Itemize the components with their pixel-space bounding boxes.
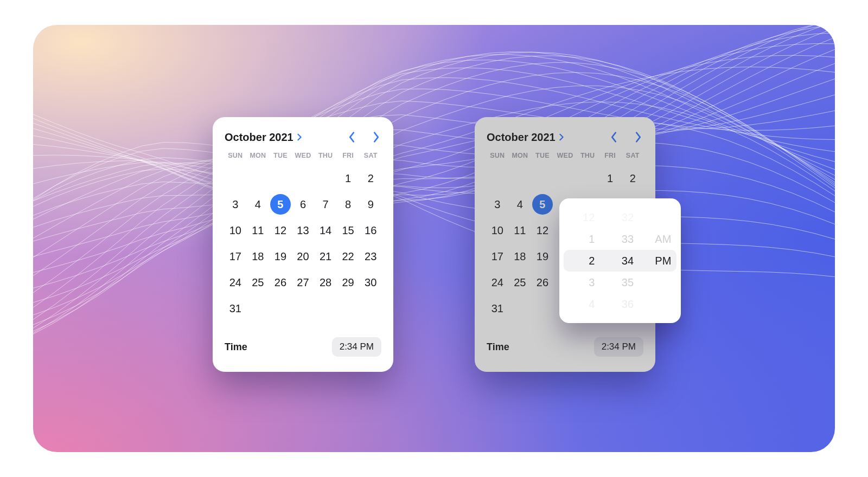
month-label: October 2021 xyxy=(487,131,556,144)
cards-row: October 2021 SU xyxy=(33,25,835,452)
day-13[interactable]: 13 xyxy=(292,220,314,241)
time-row: Time 2:34 PM xyxy=(487,337,643,357)
meridiem-option[interactable]: PM xyxy=(655,250,671,272)
day-31[interactable]: 31 xyxy=(225,298,246,319)
day-11[interactable]: 11 xyxy=(247,220,269,241)
time-value-button[interactable]: 2:34 PM xyxy=(332,337,381,357)
next-month-button[interactable] xyxy=(634,130,643,144)
time-picker-popover[interactable]: 12 1 2 3 4 32 33 34 35 36 xyxy=(559,198,681,323)
day-18[interactable]: 18 xyxy=(247,246,269,267)
day-2[interactable]: 2 xyxy=(622,168,643,189)
day-17[interactable]: 17 xyxy=(225,246,246,267)
day-5[interactable]: 5 xyxy=(532,194,553,215)
day-4[interactable]: 4 xyxy=(509,194,531,215)
minute-option[interactable]: 33 xyxy=(622,228,634,250)
chevron-right-icon xyxy=(559,133,564,141)
weekday: MON xyxy=(509,150,531,162)
day-27[interactable]: 27 xyxy=(292,272,314,293)
day-8[interactable]: 8 xyxy=(337,194,359,215)
hour-option[interactable]: 1 xyxy=(589,228,595,250)
hour-option[interactable]: 12 xyxy=(583,207,595,228)
day-17[interactable]: 17 xyxy=(487,246,508,267)
day-11[interactable]: 11 xyxy=(509,220,531,241)
day-5[interactable]: 5 xyxy=(270,194,291,215)
time-label: Time xyxy=(225,341,247,353)
day-2[interactable]: 2 xyxy=(360,168,381,189)
day-3[interactable]: 3 xyxy=(487,194,508,215)
time-row: Time 2:34 PM xyxy=(225,337,381,357)
day-26[interactable]: 26 xyxy=(532,272,553,293)
day-10[interactable]: 10 xyxy=(487,220,508,241)
day-19[interactable]: 19 xyxy=(532,246,553,267)
time-picker-meridiem-wheel[interactable]: AM PM xyxy=(646,198,681,323)
weekday: TUE xyxy=(270,150,291,162)
day-6[interactable]: 6 xyxy=(292,194,314,215)
weekday: THU xyxy=(577,150,598,162)
day-1[interactable]: 1 xyxy=(599,168,621,189)
day-16[interactable]: 16 xyxy=(360,220,381,241)
month-nav xyxy=(609,130,643,144)
minute-option[interactable]: 32 xyxy=(622,207,634,228)
weekday: FRI xyxy=(337,150,359,162)
day-4[interactable]: 4 xyxy=(247,194,269,215)
day-28[interactable]: 28 xyxy=(315,272,336,293)
minute-option[interactable]: 36 xyxy=(622,293,634,315)
prev-month-button[interactable] xyxy=(347,130,356,144)
minute-option[interactable]: 35 xyxy=(622,272,634,293)
time-value-button[interactable]: 2:34 PM xyxy=(594,337,643,357)
day-29[interactable]: 29 xyxy=(337,272,359,293)
month-nav xyxy=(347,130,381,144)
day-19[interactable]: 19 xyxy=(270,246,291,267)
day-22[interactable]: 22 xyxy=(337,246,359,267)
day-25[interactable]: 25 xyxy=(247,272,269,293)
day-30[interactable]: 30 xyxy=(360,272,381,293)
next-month-button[interactable] xyxy=(372,130,381,144)
day-3[interactable]: 3 xyxy=(225,194,246,215)
weekday: SUN xyxy=(225,150,246,162)
day-24[interactable]: 24 xyxy=(487,272,508,293)
time-label: Time xyxy=(487,341,509,353)
weekday: MON xyxy=(247,150,269,162)
weekday-row: SUN MON TUE WED THU FRI SAT xyxy=(487,150,643,162)
day-26[interactable]: 26 xyxy=(270,272,291,293)
weekday: WED xyxy=(554,150,576,162)
hour-option[interactable]: 4 xyxy=(589,293,595,315)
day-10[interactable]: 10 xyxy=(225,220,246,241)
day-18[interactable]: 18 xyxy=(509,246,531,267)
day-12[interactable]: 12 xyxy=(270,220,291,241)
day-25[interactable]: 25 xyxy=(509,272,531,293)
weekday: TUE xyxy=(532,150,553,162)
minute-option[interactable]: 34 xyxy=(622,250,634,272)
time-picker-hour-wheel[interactable]: 12 1 2 3 4 xyxy=(559,198,610,323)
day-1[interactable]: 1 xyxy=(337,168,359,189)
weekday-row: SUN MON TUE WED THU FRI SAT xyxy=(225,150,381,162)
weekday: WED xyxy=(292,150,314,162)
chevron-right-icon xyxy=(297,133,302,141)
weekday: SAT xyxy=(360,150,381,162)
calendar-card-left: October 2021 SU xyxy=(213,117,393,372)
day-grid: 1234567891011121314151617181920212223242… xyxy=(225,168,381,319)
day-14[interactable]: 14 xyxy=(315,220,336,241)
day-15[interactable]: 15 xyxy=(337,220,359,241)
calendar-header: October 2021 xyxy=(225,130,381,144)
hour-option[interactable]: 3 xyxy=(589,272,595,293)
calendar-header: October 2021 xyxy=(487,130,643,144)
day-9[interactable]: 9 xyxy=(360,194,381,215)
hour-option[interactable]: 2 xyxy=(589,250,595,272)
prev-month-button[interactable] xyxy=(609,130,618,144)
month-select[interactable]: October 2021 xyxy=(487,131,564,144)
stage: October 2021 SU xyxy=(33,25,835,452)
month-select[interactable]: October 2021 xyxy=(225,131,302,144)
day-21[interactable]: 21 xyxy=(315,246,336,267)
meridiem-option[interactable]: AM xyxy=(655,228,671,250)
time-picker-minute-wheel[interactable]: 32 33 34 35 36 xyxy=(610,198,645,323)
weekday: SUN xyxy=(487,150,508,162)
day-31[interactable]: 31 xyxy=(487,298,508,319)
day-12[interactable]: 12 xyxy=(532,220,553,241)
day-23[interactable]: 23 xyxy=(360,246,381,267)
day-24[interactable]: 24 xyxy=(225,272,246,293)
weekday: FRI xyxy=(599,150,621,162)
month-label: October 2021 xyxy=(225,131,293,144)
day-7[interactable]: 7 xyxy=(315,194,336,215)
day-20[interactable]: 20 xyxy=(292,246,314,267)
